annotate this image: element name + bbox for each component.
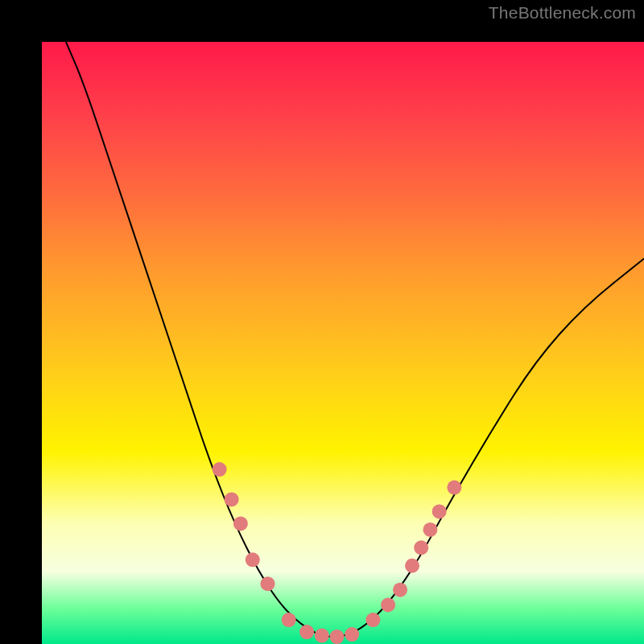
- data-point: [381, 597, 395, 612]
- watermark-text: TheBottleneck.com: [489, 3, 636, 23]
- data-point: [246, 552, 260, 567]
- data-point: [345, 627, 359, 642]
- data-point: [315, 629, 329, 643]
- data-point: [233, 516, 248, 530]
- chart-svg: [42, 42, 644, 644]
- data-point: [393, 583, 407, 597]
- data-point: [423, 522, 437, 537]
- data-point: [282, 613, 296, 627]
- data-point: [414, 540, 428, 555]
- bottleneck-curve: [66, 42, 644, 637]
- data-point: [432, 504, 447, 518]
- data-point: [365, 613, 380, 627]
- chart-plot-area: [42, 42, 644, 644]
- data-point: [299, 625, 314, 639]
- chart-frame: [0, 0, 644, 644]
- data-point: [213, 462, 227, 477]
- data-point: [330, 630, 345, 644]
- data-point: [405, 559, 419, 573]
- data-point: [261, 576, 275, 591]
- data-point: [447, 481, 461, 495]
- data-point: [225, 492, 239, 506]
